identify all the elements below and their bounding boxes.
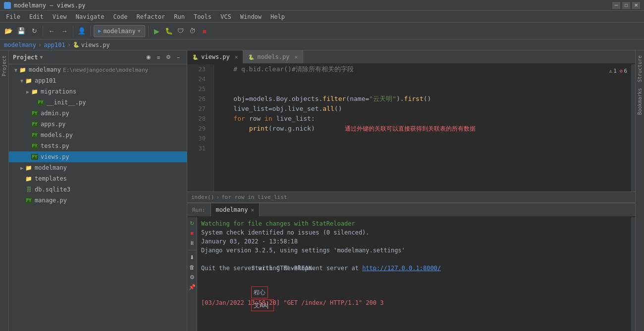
tab-views-close[interactable]: ✕ [235, 54, 238, 60]
run-tab-modelmany[interactable]: modelmany ✕ [211, 203, 260, 216]
toolbar-sep2 [73, 26, 73, 36]
tab-models-icon: 🐍 [248, 54, 254, 60]
tree-item-tests[interactable]: PY tests.py [9, 141, 187, 151]
line-num-26: 26 [193, 94, 210, 104]
project-tool-settings[interactable]: ⚙ [164, 53, 173, 62]
run-server-link[interactable]: http://127.0.0.1:8000/ [362, 265, 441, 272]
run-label-text: Run: [192, 207, 206, 213]
right-tab-bookmarks[interactable]: Bookmarks [636, 85, 644, 118]
code-line-26: obj = models. Boy. objects. filter ( nam… [218, 94, 627, 104]
run-config-dropdown[interactable]: ▶ modelmany ▼ [94, 25, 145, 37]
tree-item-apps[interactable]: PY apps.py [9, 119, 187, 130]
toolbar-user[interactable]: 👤 [76, 26, 87, 37]
code-29-nick: nick [296, 124, 311, 134]
tree-item-templates[interactable]: 📁 templates [9, 173, 187, 184]
run-tool-pause[interactable]: ⏸ [188, 239, 196, 247]
tree-item-modelmany-folder[interactable]: ▶ 📁 modelmany [9, 162, 187, 173]
window-controls[interactable]: ─ □ ✕ [612, 2, 640, 9]
menu-window[interactable]: Window [236, 12, 266, 21]
coverage-button[interactable]: 🛡 [175, 26, 186, 37]
run-button[interactable]: ▶ [152, 26, 162, 37]
tab-views-label: views.py [201, 53, 230, 60]
code-26-paren3: () [424, 94, 431, 104]
menu-tools[interactable]: Tools [190, 12, 215, 21]
code-29-p2: ) [311, 124, 315, 134]
project-tool-minimize[interactable]: − [174, 53, 183, 62]
init-label: __init__.py [47, 99, 86, 106]
profile-button[interactable]: ⏱ [187, 26, 198, 37]
run-tool-settings[interactable]: ⚙ [188, 273, 196, 281]
app-window: modelmany – views.py ─ □ ✕ File Edit Vie… [0, 0, 644, 331]
breadcrumb-part1[interactable]: modelmany [4, 42, 36, 48]
run-scrollbar[interactable] [631, 217, 635, 331]
toolbar-save[interactable]: 💾 [16, 26, 27, 37]
project-tool-collapse[interactable]: ≡ [154, 53, 163, 62]
views-label: views.py [41, 153, 69, 160]
toolbar-open[interactable]: 📂 [3, 26, 14, 37]
tab-models-close[interactable]: ✕ [294, 54, 298, 60]
code-annotation: 通过外键的关联可以直接获得到关联表的所有数据 [345, 124, 476, 134]
right-tab-structure[interactable]: Structure [636, 52, 644, 85]
modelmany-folder-icon: 📁 [25, 164, 33, 171]
minimize-button[interactable]: ─ [612, 2, 620, 9]
menu-edit[interactable]: Edit [25, 12, 48, 21]
left-tab-project[interactable]: Project [0, 52, 8, 79]
code-editor[interactable]: ⚠ 1 ⊘ 6 # q.bid.clear()#清除所有相关的字段 [214, 64, 631, 191]
project-panel-header: Project ▼ ◉ ≡ ⚙ − [9, 50, 187, 64]
tree-item-root[interactable]: ▼ 📁 modelmany E:\newdjangocode\modelmany [9, 64, 187, 75]
maximize-button[interactable]: □ [622, 2, 630, 9]
project-tool-locate[interactable]: ◉ [144, 53, 153, 62]
menu-bar: File Edit View Navigate Code Refactor Ru… [0, 11, 644, 23]
run-tool-stop[interactable]: ■ [188, 229, 196, 237]
line-numbers: 23 24 25 26 27 28 29 30 31 [193, 64, 214, 191]
tree-item-app101[interactable]: ▼ 📁 app101 [9, 75, 187, 86]
line-num-28: 28 [193, 114, 210, 124]
editor-scrollbar[interactable] [631, 64, 635, 191]
title-left: modelmany – views.py [4, 2, 86, 9]
project-dropdown-arrow[interactable]: ▼ [40, 54, 43, 60]
code-line-27: live_list = obj. live_set. all () [218, 104, 627, 114]
tab-models-py[interactable]: 🐍 models.py ✕ [243, 50, 303, 63]
project-panel-title: Project ▼ [13, 54, 43, 61]
line-num-23: 23 [193, 64, 210, 74]
tree-item-db[interactable]: 🗄 db.sqlite3 [9, 184, 187, 195]
tree-item-init[interactable]: PY __init__.py [9, 97, 187, 108]
manage-label: manage.py [35, 197, 67, 204]
menu-file[interactable]: File [2, 12, 24, 21]
code-comment-23: # q.bid.clear()#清除所有相关的字段 [218, 64, 354, 74]
title-bar: modelmany – views.py ─ □ ✕ [0, 0, 644, 11]
menu-navigate[interactable]: Navigate [72, 12, 108, 21]
run-tool-pin[interactable]: 📌 [188, 283, 196, 291]
tab-views-py[interactable]: 🐍 views.py ✕ [187, 50, 243, 63]
run-tool-clear[interactable]: 🗑 [188, 263, 196, 271]
run-tool-scroll[interactable]: ⬇ [188, 253, 196, 261]
editor-bc-part2: for row in live_list [221, 194, 287, 200]
breadcrumb-part2[interactable]: app101 [44, 42, 65, 48]
tree-item-models[interactable]: PY models.py [9, 130, 187, 141]
menu-run[interactable]: Run [170, 12, 189, 21]
tree-item-admin[interactable]: PY admin.py [9, 108, 187, 119]
toolbar-forward[interactable]: → [59, 26, 70, 37]
menu-help[interactable]: Help [267, 12, 289, 21]
toolbar-back[interactable]: ← [46, 26, 57, 37]
code-29-dot1: . [284, 124, 288, 134]
tree-item-views[interactable]: PY views.py [9, 151, 187, 162]
menu-refactor[interactable]: Refactor [132, 12, 169, 21]
tree-item-migrations[interactable]: ▶ 📁 migrations [9, 86, 187, 97]
run-sep [188, 250, 196, 250]
menu-code[interactable]: Code [109, 12, 132, 21]
editor-bc-sep: › [216, 194, 219, 200]
admin-label: admin.py [41, 110, 69, 117]
menu-view[interactable]: View [49, 12, 71, 21]
run-tool-restart[interactable]: ↻ [188, 219, 196, 227]
run-tab-close[interactable]: ✕ [251, 207, 255, 213]
project-panel: Project ▼ ◉ ≡ ⚙ − ▼ 📁 modelmany E:\new [9, 50, 187, 331]
main-layout: Project Project ▼ ◉ ≡ ⚙ − ▼ [0, 50, 644, 331]
app101-label: app101 [35, 77, 56, 84]
tree-item-manage[interactable]: PY manage.py [9, 195, 187, 206]
menu-vcs[interactable]: VCS [216, 12, 235, 21]
toolbar-refresh[interactable]: ↻ [29, 26, 40, 37]
close-button[interactable]: ✕ [632, 2, 640, 9]
debug-button[interactable]: 🐛 [163, 26, 174, 37]
stop-button[interactable]: ■ [199, 26, 210, 37]
